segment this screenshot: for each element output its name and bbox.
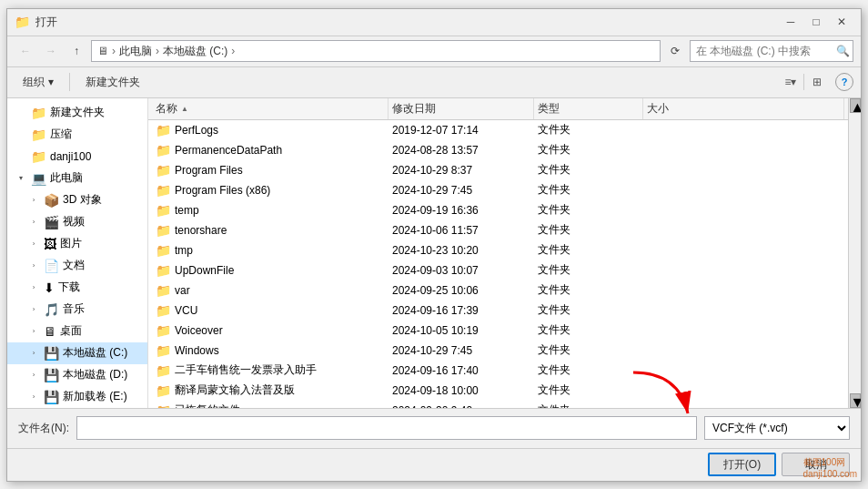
table-row[interactable]: 📁 Program Files (x86) 2024-10-29 7:45 文件… — [148, 180, 848, 200]
new-folder-button[interactable]: 新建文件夹 — [77, 70, 148, 94]
folder-icon: 📁 — [156, 263, 171, 278]
help-button[interactable]: ? — [835, 73, 853, 91]
breadcrumb-this-pc[interactable]: 此电脑 — [119, 44, 152, 59]
minimize-button[interactable]: ─ — [779, 13, 802, 31]
drive-icon: 💾 — [44, 346, 59, 361]
file-name: 📁 tmp — [152, 243, 389, 258]
file-date: 2024-09-19 16:36 — [389, 204, 534, 217]
refresh-button[interactable]: ⟳ — [664, 40, 686, 62]
file-date: 2024-10-06 11:57 — [389, 224, 534, 237]
file-type: 文件夹 — [534, 322, 643, 338]
table-row[interactable]: 📁 VCU 2024-09-16 17:39 文件夹 — [148, 301, 848, 321]
search-input[interactable] — [696, 45, 833, 57]
sidebar-item-d-drive[interactable]: › 💾 本地磁盘 (D:) — [7, 364, 147, 386]
file-type: 文件夹 — [534, 242, 643, 258]
scrollbar-up[interactable]: ▲ — [850, 98, 861, 113]
sidebar-item-video[interactable]: › 🎬 视频 — [7, 211, 147, 233]
view-buttons: ≡▾ ⊞ ? — [780, 71, 853, 93]
file-type: 文件夹 — [534, 262, 643, 278]
table-row[interactable]: 📁 temp 2024-09-19 16:36 文件夹 — [148, 200, 848, 220]
folder-icon: 📁 — [156, 143, 171, 158]
open-button[interactable]: 打开(O) — [708, 453, 776, 476]
folder-icon: 📁 — [156, 203, 171, 218]
table-row[interactable]: 📁 二手车销售统一发票录入助手 2024-09-16 17:40 文件夹 — [148, 361, 848, 381]
table-row[interactable]: 📁 PermanenceDataPath 2024-08-28 13:57 文件… — [148, 140, 848, 160]
action-bar: 打开(O) 取消 — [7, 448, 861, 481]
col-header-date[interactable]: 修改日期 — [389, 98, 534, 119]
up-button[interactable]: ↑ — [66, 40, 87, 62]
filetype-select[interactable]: VCF文件 (*.vcf) — [704, 416, 850, 440]
file-name: 📁 temp — [152, 203, 389, 218]
window-controls: ─ □ ✕ — [779, 13, 853, 31]
table-row[interactable]: 📁 PerfLogs 2019-12-07 17:14 文件夹 — [148, 120, 848, 140]
folder-icon: 📁 — [156, 343, 171, 358]
file-area: 名称 ▲ 修改日期 类型 大小 📁 PerfLogs — [148, 98, 848, 408]
close-button[interactable]: ✕ — [830, 13, 853, 31]
table-row[interactable]: 📁 UpDownFile 2024-09-03 10:07 文件夹 — [148, 260, 848, 280]
expand-icon: › — [27, 325, 40, 338]
breadcrumb-c-drive[interactable]: 本地磁盘 (C:) — [163, 44, 227, 59]
folder-icon: 📁 — [156, 163, 171, 178]
file-name: 📁 tenorshare — [152, 223, 389, 238]
sort-arrow: ▲ — [181, 105, 188, 113]
file-name: 📁 UpDownFile — [152, 263, 389, 278]
expand-icon: › — [27, 281, 40, 294]
col-header-name[interactable]: 名称 ▲ — [152, 98, 389, 119]
music-icon: 🎵 — [44, 302, 59, 317]
sidebar-item-desktop[interactable]: › 🖥 桌面 — [7, 321, 147, 342]
breadcrumb-computer[interactable]: 🖥 — [97, 45, 108, 57]
expand-icon — [15, 128, 27, 141]
main-content: 📁 新建文件夹 📁 压缩 📁 danji100 ▾ 💻 此电脑 › — [7, 98, 861, 408]
scrollbar[interactable]: ▲ ▼ — [848, 98, 861, 408]
cancel-button[interactable]: 取消 — [782, 453, 850, 476]
sidebar-item-music[interactable]: › 🎵 音乐 — [7, 299, 147, 321]
file-type: 文件夹 — [534, 302, 643, 318]
table-row[interactable]: 📁 tmp 2024-10-23 10:20 文件夹 — [148, 240, 848, 260]
scrollbar-down[interactable]: ▼ — [850, 393, 861, 408]
sidebar-item-c-drive[interactable]: › 💾 本地磁盘 (C:) — [7, 342, 147, 364]
table-row[interactable]: 📁 tenorshare 2024-10-06 11:57 文件夹 — [148, 220, 848, 240]
table-row[interactable]: 📁 Voiceover 2024-10-05 10:19 文件夹 — [148, 321, 848, 341]
view-grid-button[interactable]: ⊞ — [806, 71, 828, 93]
filename-input[interactable] — [76, 416, 697, 440]
drive-icon: 💾 — [44, 390, 59, 404]
table-row[interactable]: 📁 已恢复的文件 2024-09-30 9:40 文件夹 — [148, 401, 848, 408]
table-row[interactable]: 📁 Program Files 2024-10-29 8:37 文件夹 — [148, 160, 848, 180]
sidebar-item-compress[interactable]: 📁 压缩 — [7, 124, 147, 146]
back-button[interactable]: ← — [15, 40, 36, 62]
title-bar: 📁 打开 ─ □ ✕ — [7, 9, 861, 36]
documents-icon: 📄 — [44, 259, 59, 273]
file-type: 文件夹 — [534, 222, 643, 238]
maximize-button[interactable]: □ — [804, 13, 828, 31]
pictures-icon: 🖼 — [44, 237, 56, 251]
sidebar-item-3d[interactable]: › 📦 3D 对象 — [7, 189, 147, 211]
sidebar-item-pictures[interactable]: › 🖼 图片 — [7, 233, 147, 255]
table-row[interactable]: 📁 翻译局蒙文输入法普及版 2024-09-18 10:00 文件夹 — [148, 381, 848, 401]
expand-icon: › — [27, 260, 40, 272]
forward-button[interactable]: → — [40, 40, 62, 62]
col-header-size[interactable]: 大小 — [643, 98, 844, 119]
sidebar-item-danji100[interactable]: 📁 danji100 — [7, 146, 147, 168]
file-type: 文件夹 — [534, 342, 643, 358]
folder-icon: 📁 — [156, 283, 171, 298]
organize-button[interactable]: 组织 ▾ — [15, 70, 62, 94]
table-row[interactable]: 📁 var 2024-09-25 10:06 文件夹 — [148, 280, 848, 301]
sidebar-item-this-pc[interactable]: ▾ 💻 此电脑 — [7, 168, 147, 189]
file-date: 2024-10-29 7:45 — [389, 184, 534, 197]
file-name: 📁 var — [152, 283, 389, 298]
desktop-icon: 🖥 — [44, 324, 56, 339]
filename-bar: 文件名(N): VCF文件 (*.vcf) — [7, 408, 861, 448]
sidebar-item-e-drive[interactable]: › 💾 新加载卷 (E:) — [7, 386, 147, 408]
file-type: 文件夹 — [534, 282, 643, 298]
table-row[interactable]: 📁 Windows 2024-10-29 7:45 文件夹 — [148, 341, 848, 361]
file-date: 2024-09-16 17:39 — [389, 304, 534, 317]
file-type: 文件夹 — [534, 162, 643, 178]
expand-icon: › — [27, 216, 40, 229]
sidebar-item-downloads[interactable]: › ⬇ 下载 — [7, 277, 147, 299]
expand-icon — [15, 150, 27, 163]
col-header-type[interactable]: 类型 — [534, 98, 643, 119]
file-date: 2024-10-29 8:37 — [389, 164, 534, 177]
view-list-button[interactable]: ≡▾ — [780, 71, 802, 93]
sidebar-item-documents[interactable]: › 📄 文档 — [7, 255, 147, 277]
sidebar-item-new-folder[interactable]: 📁 新建文件夹 — [7, 102, 147, 124]
